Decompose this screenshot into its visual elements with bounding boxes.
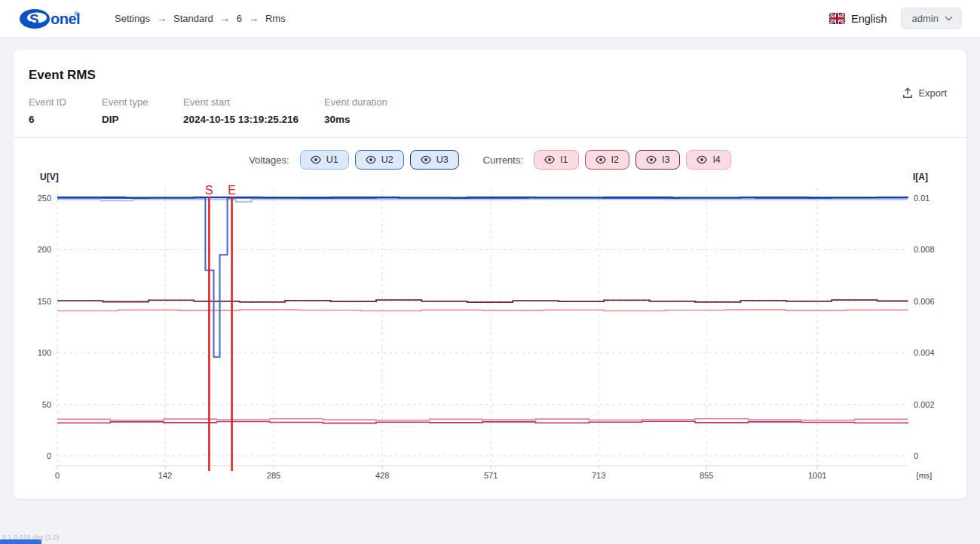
language-button[interactable]: English bbox=[851, 13, 887, 25]
breadcrumb-arrow: → bbox=[249, 13, 259, 24]
breadcrumb-item-standard[interactable]: Standard bbox=[173, 13, 213, 24]
eye-icon bbox=[697, 155, 707, 164]
toggle-label: I3 bbox=[662, 154, 669, 165]
svg-text:100: 100 bbox=[38, 348, 51, 357]
svg-text:U[V]: U[V] bbox=[40, 172, 59, 182]
svg-text:0.006: 0.006 bbox=[914, 297, 935, 306]
svg-text:0.004: 0.004 bbox=[914, 348, 935, 357]
toggle-u3[interactable]: U3 bbox=[410, 150, 459, 170]
event-id-value: 6 bbox=[29, 114, 102, 125]
svg-text:®: ® bbox=[74, 11, 78, 17]
currents-label: Currents: bbox=[483, 154, 523, 166]
event-start-label: Event start bbox=[183, 96, 324, 108]
voltages-label: Voltages: bbox=[249, 154, 289, 166]
breadcrumb: Settings → Standard → 6 → Rms bbox=[115, 13, 286, 24]
svg-text:200: 200 bbox=[38, 245, 51, 254]
chevron-down-icon bbox=[945, 16, 953, 21]
toggle-i2[interactable]: I2 bbox=[585, 150, 629, 170]
chart-region: 05010015020025000.0020.0040.0060.0080.01… bbox=[14, 170, 966, 489]
sonel-logo[interactable]: S onel ® bbox=[18, 7, 80, 31]
svg-text:[ms]: [ms] bbox=[917, 471, 933, 480]
svg-text:285: 285 bbox=[267, 471, 280, 480]
breadcrumb-arrow: → bbox=[157, 13, 167, 24]
toggle-label: I2 bbox=[611, 154, 619, 165]
svg-text:0.01: 0.01 bbox=[914, 194, 929, 203]
admin-menu-button[interactable]: admin bbox=[901, 8, 962, 29]
svg-text:S: S bbox=[205, 184, 213, 197]
export-label: Export bbox=[918, 87, 947, 99]
toggle-label: U1 bbox=[326, 154, 338, 165]
event-meta: Event ID 6 Event type DIP Event start 20… bbox=[29, 96, 948, 125]
svg-text:855: 855 bbox=[700, 471, 713, 480]
svg-text:142: 142 bbox=[158, 471, 172, 480]
toggle-u2[interactable]: U2 bbox=[355, 150, 404, 170]
event-start-value: 2024-10-15 13:19:25.216 bbox=[183, 114, 324, 125]
svg-text:0: 0 bbox=[47, 451, 51, 460]
uk-flag-icon bbox=[829, 13, 845, 24]
toggle-i3[interactable]: I3 bbox=[635, 150, 680, 170]
eye-icon bbox=[596, 155, 606, 164]
sonel-logo-icon: S onel ® bbox=[18, 7, 80, 31]
toggle-i4[interactable]: I4 bbox=[686, 150, 730, 170]
rms-chart: 05010015020025000.0020.0040.0060.0080.01… bbox=[14, 170, 966, 489]
svg-text:713: 713 bbox=[592, 471, 605, 480]
eye-icon bbox=[544, 155, 555, 164]
toggle-u1[interactable]: U1 bbox=[300, 150, 349, 170]
upload-icon bbox=[902, 87, 913, 99]
bottom-accent-bar bbox=[0, 539, 41, 544]
svg-text:0: 0 bbox=[55, 471, 60, 480]
svg-text:0.002: 0.002 bbox=[914, 400, 935, 409]
svg-text:0.008: 0.008 bbox=[914, 245, 935, 254]
main-card: Event RMS Event ID 6 Event type DIP Even… bbox=[14, 50, 966, 499]
toggle-label: I4 bbox=[712, 154, 720, 165]
svg-text:E: E bbox=[228, 184, 236, 197]
breadcrumb-item-rms[interactable]: Rms bbox=[265, 13, 286, 24]
eye-icon bbox=[366, 155, 376, 164]
admin-menu-label: admin bbox=[912, 13, 939, 24]
breadcrumb-arrow: → bbox=[220, 13, 230, 24]
toggle-label: U3 bbox=[436, 154, 449, 165]
event-header: Event RMS Event ID 6 Event type DIP Even… bbox=[14, 50, 966, 138]
breadcrumb-item-event-id[interactable]: 6 bbox=[237, 13, 242, 24]
svg-text:571: 571 bbox=[484, 471, 498, 480]
event-type-value: DIP bbox=[102, 114, 183, 125]
svg-text:50: 50 bbox=[42, 400, 51, 409]
svg-text:250: 250 bbox=[38, 194, 51, 203]
event-duration-value: 30ms bbox=[324, 114, 387, 125]
series-controls: Voltages: U1 U2 U3 Currents: I1 I2 I3 I4 bbox=[14, 138, 966, 170]
event-duration-label: Event duration bbox=[324, 96, 387, 108]
toggle-i1[interactable]: I1 bbox=[534, 150, 578, 170]
toggle-label: I1 bbox=[560, 154, 568, 165]
eye-icon bbox=[311, 155, 321, 164]
svg-text:150: 150 bbox=[38, 297, 51, 306]
svg-text:I[A]: I[A] bbox=[913, 172, 928, 182]
event-type-label: Event type bbox=[102, 96, 183, 108]
eye-icon bbox=[646, 155, 657, 164]
breadcrumb-item-settings[interactable]: Settings bbox=[115, 13, 150, 24]
svg-text:428: 428 bbox=[375, 471, 389, 480]
navbar: S onel ® Settings → Standard → 6 → Rms E… bbox=[0, 0, 980, 38]
event-id-label: Event ID bbox=[29, 96, 102, 108]
export-button[interactable]: Export bbox=[902, 87, 947, 99]
eye-icon bbox=[421, 155, 431, 164]
page-title: Event RMS bbox=[29, 68, 948, 83]
toggle-label: U2 bbox=[381, 154, 394, 165]
svg-text:1001: 1001 bbox=[808, 471, 826, 480]
svg-text:S: S bbox=[29, 11, 39, 27]
svg-text:0: 0 bbox=[914, 451, 918, 460]
